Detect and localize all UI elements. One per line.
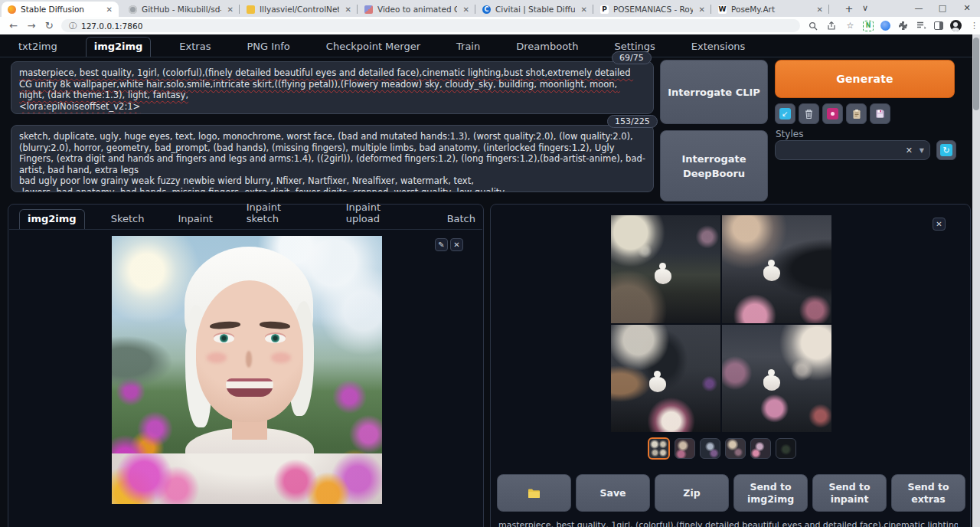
url-bar[interactable]: ⓘ 127.0.0.1:7860 <box>61 19 800 32</box>
thumbnail-2[interactable] <box>675 438 695 459</box>
tab-close-icon[interactable]: ✕ <box>697 5 707 14</box>
tab-png-info[interactable]: PNG Info <box>239 38 297 57</box>
reading-list-icon[interactable] <box>916 20 927 31</box>
zoom-icon[interactable] <box>808 20 819 31</box>
gallery-panel: ✕ Save Zip Send to <box>490 204 971 527</box>
send-to-inpaint-button[interactable]: Send to inpaint <box>812 474 887 512</box>
browser-tab-stable-diffusion[interactable]: Stable Diffusion ✕ <box>2 2 119 17</box>
screen: Stable Diffusion ✕ GitHub - Mikubill/sd-… <box>0 0 980 527</box>
tab-train[interactable]: Train <box>449 38 488 57</box>
tab-inpaint-upload[interactable]: Inpaint upload <box>338 198 421 229</box>
extra-networks-button[interactable] <box>822 103 843 124</box>
negative-prompt-textarea[interactable]: sketch, duplicate, ugly, huge eyes, text… <box>11 125 654 192</box>
zip-button[interactable]: Zip <box>655 474 729 512</box>
tab-img2img-mode[interactable]: img2img <box>19 209 85 230</box>
browser-tab-gif-converter[interactable]: Video to animated GIF converter ✕ <box>358 2 475 17</box>
tab-txt2img[interactable]: txt2img <box>11 38 65 57</box>
result-image-4[interactable] <box>722 325 831 433</box>
interrogate-deepbooru-button[interactable]: Interrogate DeepBooru <box>660 130 768 201</box>
refresh-styles-button[interactable]: ↻ <box>936 140 956 160</box>
generate-button[interactable]: Generate <box>775 60 955 98</box>
send-to-extras-button[interactable]: Send to extras <box>891 474 965 512</box>
tab-search-chevron-icon[interactable]: ∨ <box>842 0 888 17</box>
save-style-button[interactable] <box>870 103 890 124</box>
gallery-close-button[interactable]: ✕ <box>933 218 946 231</box>
negative-prompt-text: sketch, duplicate, ugly, huge eyes, text… <box>19 131 645 192</box>
window-minimize-button[interactable]: — <box>907 0 930 17</box>
tab-batch[interactable]: Batch <box>439 210 483 229</box>
send-to-img2img-button[interactable]: Send to img2img <box>733 474 808 512</box>
browser-tab-title: Civitai | Stable Diffusion model <box>495 5 575 14</box>
clear-styles-icon[interactable]: ✕ <box>906 146 913 155</box>
scrollbar-thumb[interactable] <box>973 38 979 110</box>
thumbnail-1-selected[interactable] <box>648 437 670 460</box>
bookmark-star-icon[interactable]: ☆ <box>844 20 856 31</box>
subtabs-divider <box>9 229 482 230</box>
tab-inpaint[interactable]: Inpaint <box>170 210 220 229</box>
tab-close-icon[interactable]: ✕ <box>344 5 353 14</box>
tabs-divider <box>0 57 972 57</box>
clear-prompt-button[interactable] <box>799 103 819 124</box>
tab-extras[interactable]: Extras <box>172 38 218 57</box>
read-generation-params-button[interactable]: ↙ <box>775 103 795 124</box>
browser-tab-posemaniacs[interactable]: P POSEMANIACS - Royalty free 3 ✕ <box>594 2 711 17</box>
side-panel-icon[interactable] <box>934 21 943 30</box>
result-grid-image[interactable] <box>611 215 831 432</box>
img2img-panel: img2img Sketch Inpaint Inpaint sketch In… <box>8 204 484 527</box>
tab-dreambooth[interactable]: Dreambooth <box>508 38 586 57</box>
thumbnail-6[interactable] <box>776 438 796 459</box>
tab-inpaint-sketch[interactable]: Inpaint sketch <box>239 198 320 229</box>
window-restore-button[interactable]: □ <box>931 0 954 17</box>
posemaniacs-favicon: P <box>600 5 609 14</box>
share-icon[interactable] <box>826 20 838 31</box>
edit-image-button[interactable]: ✎ <box>435 238 448 251</box>
prompt-textarea[interactable]: masterpiece, best quality, 1girl, (color… <box>11 61 654 114</box>
browser-tab-controlnet[interactable]: Illyasviel/ControlNet at main ✕ <box>240 2 358 17</box>
window-close-button[interactable]: ✕ <box>956 0 978 17</box>
thumbnail-3[interactable] <box>700 438 720 459</box>
chevron-down-icon[interactable]: ▼ <box>920 147 924 154</box>
toolbar-icons: ☆ N ⋮ <box>808 20 980 31</box>
extensions-puzzle-icon[interactable] <box>897 20 909 31</box>
tab-extensions[interactable]: Extensions <box>684 38 753 57</box>
folder-icon <box>528 488 541 499</box>
browser-tab-posemyart[interactable]: W PoseMy.Art ✕ <box>712 2 829 17</box>
thumbnail-4[interactable] <box>725 438 746 459</box>
tab-close-icon[interactable]: ✕ <box>226 5 235 14</box>
browser-tab-civitai[interactable]: C Civitai | Stable Diffusion model ✕ <box>476 2 593 17</box>
tab-close-icon[interactable]: ✕ <box>580 5 589 14</box>
browser-tabstrip: Stable Diffusion ✕ GitHub - Mikubill/sd-… <box>0 0 980 17</box>
interrogate-clip-button[interactable]: Interrogate CLIP <box>660 60 768 124</box>
gif-converter-favicon <box>364 5 373 14</box>
reload-icon[interactable]: ↻ <box>41 20 58 31</box>
tab-close-icon[interactable]: ✕ <box>105 5 114 14</box>
save-button[interactable]: Save <box>576 474 650 512</box>
browser-menu-icon[interactable]: ⋮ <box>969 20 980 31</box>
tab-close-icon[interactable]: ✕ <box>815 5 825 14</box>
result-image-2[interactable] <box>722 215 831 323</box>
tab-close-icon[interactable]: ✕ <box>462 5 471 14</box>
page-scrollbar[interactable] <box>972 34 980 527</box>
prompt-tool-buttons: ↙ <box>775 103 890 124</box>
result-image-3[interactable] <box>611 325 720 433</box>
back-icon[interactable]: ← <box>5 20 22 31</box>
tab-sketch[interactable]: Sketch <box>103 210 152 229</box>
tab-img2img[interactable]: img2img <box>86 37 152 57</box>
portrait-eye <box>265 334 286 343</box>
extension-blue-icon[interactable] <box>880 21 890 31</box>
thumbnail-5[interactable] <box>750 438 771 459</box>
profile-avatar[interactable] <box>950 20 962 31</box>
clear-image-button[interactable]: ✕ <box>450 238 463 251</box>
browser-tab-title: POSEMANIACS - Royalty free 3 <box>613 5 693 14</box>
generation-info-text: masterpiece, best quality, 1girl, (color… <box>498 520 958 527</box>
styles-dropdown[interactable]: ✕ ▼ <box>775 140 930 160</box>
apply-styles-button[interactable] <box>846 103 867 124</box>
open-folder-button[interactable] <box>497 474 571 512</box>
result-image-1[interactable] <box>611 215 720 323</box>
source-image[interactable] <box>112 236 382 504</box>
forward-icon[interactable]: → <box>22 20 40 31</box>
tab-checkpoint-merger[interactable]: Checkpoint Merger <box>318 38 428 57</box>
site-info-icon[interactable]: ⓘ <box>69 21 77 31</box>
extension-n-icon[interactable]: N <box>863 21 874 31</box>
browser-tab-github[interactable]: GitHub - Mikubill/sd-webui-con ✕ <box>122 2 240 17</box>
